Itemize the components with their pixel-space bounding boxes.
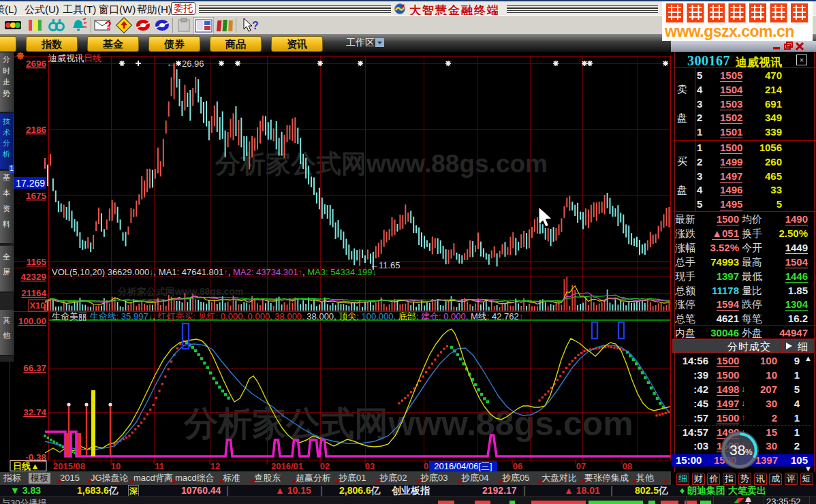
svg-text:03: 03: [365, 461, 375, 471]
svg-text:02: 02: [320, 461, 330, 471]
svg-text:06: 06: [513, 461, 522, 471]
svg-text:08: 08: [623, 461, 632, 471]
svg-text:2015/08: 2015/08: [53, 461, 85, 471]
svg-text:2016/01: 2016/01: [271, 461, 303, 471]
svg-text:2696: 2696: [26, 59, 47, 69]
svg-text:2016/04/06[三]: 2016/04/06[三]: [434, 461, 492, 471]
svg-text:生命美丽 生命线: 35.997↓, 红灯亮买: 见红: 0: 生命美丽 生命线: 35.997↓, 红灯亮买: 见红: 0.000, 0.00…: [52, 311, 523, 321]
svg-text:42329: 42329: [20, 272, 46, 282]
svg-text:66.37: 66.37: [23, 363, 46, 373]
svg-text:VOL(5,10,20) 36629.000↓, MA1:: VOL(5,10,20) 36629.000↓, MA1: 47641.801↑…: [52, 267, 377, 277]
svg-text:?: ?: [252, 20, 259, 31]
svg-text:迪威视讯日线: 迪威视讯日线: [48, 53, 101, 63]
svg-text:X10: X10: [29, 300, 45, 311]
svg-text:10: 10: [111, 461, 121, 471]
svg-text:12: 12: [210, 461, 220, 471]
svg-text:26.96: 26.96: [182, 59, 204, 69]
svg-text:11: 11: [155, 461, 164, 471]
svg-text:100.00: 100.00: [18, 316, 46, 326]
svg-text:2186: 2186: [26, 125, 47, 135]
svg-text:0: 0: [424, 461, 428, 471]
svg-text:17.269: 17.269: [16, 178, 45, 189]
svg-text:07: 07: [576, 461, 586, 471]
svg-text:分析家公式网www.88gs.com: 分析家公式网www.88gs.com: [215, 150, 548, 178]
svg-text:分析家公式网www.88gs.com: 分析家公式网www.88gs.com: [183, 405, 633, 443]
svg-text:日线▲: 日线▲: [13, 461, 40, 471]
svg-text:32.74: 32.74: [23, 407, 46, 418]
svg-text:21164: 21164: [21, 288, 46, 298]
svg-text:1165: 1165: [27, 257, 47, 267]
svg-text:?: ?: [105, 20, 112, 31]
svg-text:分析家公式网www.88gs.com: 分析家公式网www.88gs.com: [117, 286, 244, 297]
svg-text:←: ←: [166, 59, 175, 69]
svg-text:1675: 1675: [26, 191, 47, 201]
